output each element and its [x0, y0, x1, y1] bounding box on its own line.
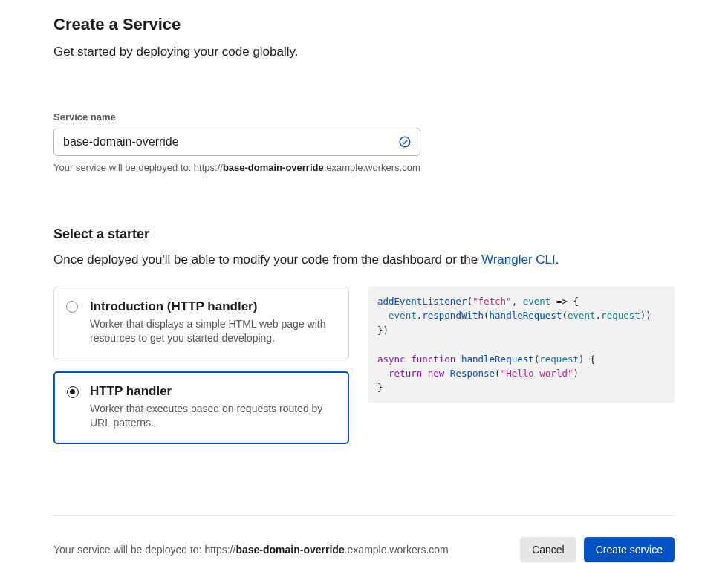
footer-hint-prefix: Your service will be deployed to: https:…: [53, 544, 235, 556]
check-circle-icon: [398, 135, 412, 149]
deploy-hint-slug: base-domain-override: [223, 162, 324, 173]
footer-buttons: Cancel Create service: [520, 537, 675, 562]
wrangler-cli-link[interactable]: Wrangler CLI: [481, 253, 556, 267]
service-name-field: Service name Your service will be deploy…: [53, 111, 675, 173]
page-title: Create a Service: [53, 15, 675, 34]
footer-deploy-hint: Your service will be deployed to: https:…: [53, 544, 449, 556]
radio-icon: [67, 386, 79, 398]
deploy-url-hint: Your service will be deployed to: https:…: [53, 162, 675, 173]
service-name-input[interactable]: [53, 128, 420, 156]
starter-option-desc: Worker that displays a simple HTML web p…: [90, 317, 335, 345]
starter-option-title: Introduction (HTTP handler): [90, 299, 335, 314]
starter-section-title: Select a starter: [53, 227, 675, 242]
starter-row: Introduction (HTTP handler)Worker that d…: [53, 287, 675, 456]
footer-hint-slug: base-domain-override: [235, 544, 344, 556]
starter-desc-suffix: .: [556, 253, 559, 267]
radio-icon: [66, 301, 78, 313]
starter-option-title: HTTP handler: [90, 384, 335, 399]
deploy-hint-prefix: Your service will be deployed to: https:…: [53, 162, 223, 173]
create-service-button[interactable]: Create service: [584, 537, 675, 562]
page-subtitle: Get started by deploying your code globa…: [53, 45, 675, 59]
service-name-input-wrapper: [53, 128, 420, 156]
starter-options-column: Introduction (HTTP handler)Worker that d…: [53, 287, 349, 456]
starter-desc-text: Once deployed you'll be able to modify y…: [53, 253, 481, 267]
service-name-label: Service name: [53, 111, 675, 123]
starter-section-desc: Once deployed you'll be able to modify y…: [53, 253, 675, 267]
starter-option-desc: Worker that executes based on requests r…: [90, 402, 335, 430]
starter-option-http[interactable]: HTTP handlerWorker that executes based o…: [53, 371, 349, 444]
starter-option-intro[interactable]: Introduction (HTTP handler)Worker that d…: [53, 287, 349, 359]
footer-row: Your service will be deployed to: https:…: [53, 516, 675, 562]
code-preview-column: addEventListener("fetch", event => { eve…: [368, 287, 675, 456]
svg-point-0: [400, 137, 410, 147]
footer-hint-suffix: .example.workers.com: [345, 544, 449, 556]
code-preview: addEventListener("fetch", event => { eve…: [368, 287, 675, 403]
cancel-button[interactable]: Cancel: [520, 537, 576, 562]
deploy-hint-suffix: .example.workers.com: [324, 162, 420, 173]
